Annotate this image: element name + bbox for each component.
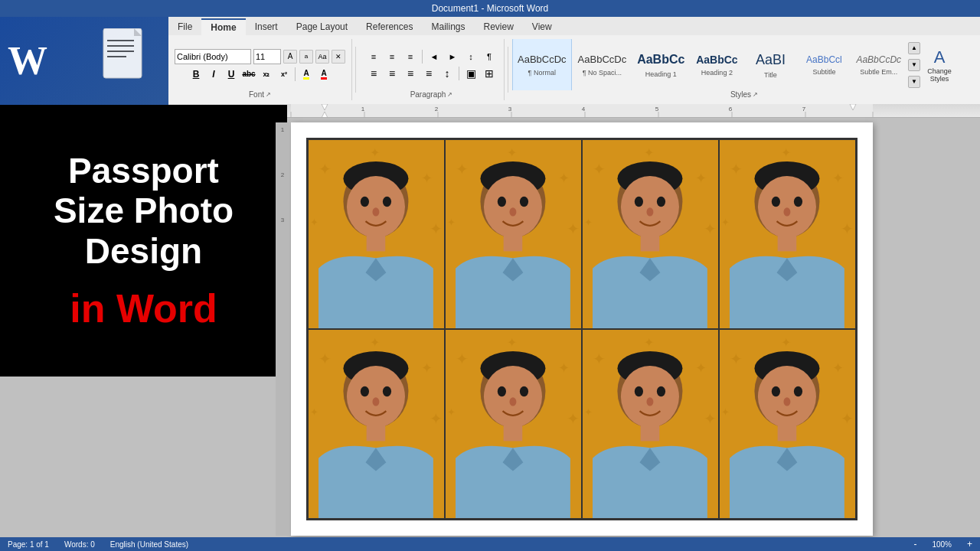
numbered-list-btn[interactable]: ≡ [384, 50, 400, 64]
style-no-spacing-name: ¶ No Spaci... [583, 69, 622, 77]
shading-btn[interactable]: ▣ [462, 65, 479, 82]
svg-text:7: 7 [802, 106, 806, 112]
svg-point-82 [772, 197, 780, 207]
underline-btn[interactable]: U [223, 66, 240, 83]
svg-text:✦: ✦ [721, 217, 730, 228]
photo-2-3: ✦ ✦ ✦ ✦ ✦ ✦ ✦ [583, 330, 718, 518]
text-highlight-btn[interactable]: A [298, 66, 315, 83]
document-page: ✦ ✦ ✦ ✦ ✦ ✦ ✦ [291, 122, 873, 536]
tab-file[interactable]: File [168, 18, 201, 35]
paragraph-group: ≡ ≡ ≡ ◄ ► ↕ ¶ ≡ ≡ ≡ ≡ ↕ ▣ ⊞ Paragraph [359, 39, 505, 100]
style-normal[interactable]: AaBbCcDc ¶ Normal [512, 39, 572, 90]
style-subtle-em[interactable]: AaBbCcDc Subtle Em... [851, 39, 906, 90]
svg-text:✦: ✦ [310, 217, 318, 228]
justify-btn[interactable]: ≡ [420, 65, 437, 82]
photo-cell-2-3: ✦ ✦ ✦ ✦ ✦ ✦ ✦ [582, 329, 719, 519]
tab-view[interactable]: View [523, 18, 561, 35]
svg-text:1: 1 [361, 106, 365, 112]
tab-page-layout[interactable]: Page Layout [287, 18, 357, 35]
svg-text:✦: ✦ [781, 146, 791, 159]
style-title[interactable]: AaBI Title [744, 39, 796, 90]
svg-point-97 [361, 386, 369, 396]
title-panel: Passport Size Photo Design in Word [0, 105, 287, 377]
tab-home[interactable]: Home [201, 18, 245, 35]
svg-point-37 [361, 197, 369, 207]
grow-font-btn[interactable]: A [283, 50, 297, 64]
svg-rect-145 [778, 424, 797, 441]
svg-rect-130 [641, 424, 660, 441]
style-no-spacing[interactable]: AaBbCcDc ¶ No Spaci... [573, 39, 632, 90]
multilevel-list-btn[interactable]: ≡ [402, 50, 419, 64]
italic-btn[interactable]: I [205, 66, 222, 83]
title-bar: Document1 - Microsoft Word [0, 0, 980, 17]
photo-cell-1-2: ✦ ✦ ✦ ✦ ✦ ✦ ✦ [445, 139, 582, 329]
style-title-preview: AaBI [756, 51, 786, 70]
font-size-selector[interactable] [253, 49, 281, 64]
svg-text:3: 3 [508, 106, 512, 112]
zoom-out-btn[interactable]: - [913, 539, 916, 549]
font-group: A a Aa ✕ B I U abc x₂ x² A A [168, 39, 352, 100]
zoom-in-btn[interactable]: + [967, 539, 972, 549]
styles-scroll-up[interactable]: ▲ [908, 42, 920, 54]
shrink-font-btn[interactable]: a [299, 50, 313, 64]
styles-expand-icon[interactable]: ↗ [753, 91, 758, 98]
svg-point-143 [794, 386, 802, 396]
bold-btn[interactable]: B [188, 66, 204, 83]
clear-format-btn[interactable]: ✕ [332, 50, 345, 64]
photo-1-4: ✦ ✦ ✦ ✦ ✦ ✦ ✦ [720, 140, 855, 328]
increase-indent-btn[interactable]: ► [444, 50, 461, 64]
style-heading1[interactable]: AaBbCc Heading 1 [632, 39, 689, 90]
subscript-btn[interactable]: x₂ [258, 66, 275, 83]
svg-text:✦: ✦ [704, 410, 717, 427]
bullets-btn[interactable]: ≡ [365, 50, 382, 64]
font-expand-icon[interactable]: ↗ [266, 91, 271, 98]
borders-btn[interactable]: ⊞ [481, 65, 498, 82]
tab-insert[interactable]: Insert [246, 18, 287, 35]
align-left-btn[interactable]: ≡ [365, 65, 382, 82]
style-subtitle[interactable]: AaBbCcl Subtitle [798, 39, 850, 90]
align-center-btn[interactable]: ≡ [384, 65, 400, 82]
style-no-spacing-preview: AaBbCcDc [578, 53, 627, 67]
show-hide-btn[interactable]: ¶ [481, 50, 498, 64]
svg-text:✦: ✦ [593, 350, 606, 367]
styles-more[interactable]: ▼ [908, 76, 920, 88]
svg-text:✦: ✦ [730, 161, 743, 178]
styles-group: AaBbCcDc ¶ Normal AaBbCcDc ¶ No Spaci...… [511, 39, 977, 100]
paragraph-expand-icon[interactable]: ↗ [447, 91, 452, 98]
change-case-btn[interactable]: Aa [315, 50, 329, 64]
svg-text:✦: ✦ [310, 406, 318, 418]
style-subtle-em-name: Subtle Em... [860, 68, 897, 76]
svg-point-114 [509, 397, 516, 406]
styles-scroll-down[interactable]: ▼ [908, 59, 920, 71]
style-heading2[interactable]: AaBbCc Heading 2 [691, 39, 743, 90]
strikethrough-btn[interactable]: abc [240, 66, 257, 83]
line-spacing-btn[interactable]: ↕ [439, 65, 456, 82]
svg-text:✦: ✦ [695, 360, 707, 376]
font-selector[interactable] [175, 49, 251, 64]
svg-rect-115 [504, 424, 523, 441]
styles-group-label: Styles ↗ [511, 90, 977, 100]
svg-point-99 [372, 397, 379, 406]
font-color-btn[interactable]: A [315, 66, 332, 83]
svg-rect-40 [367, 234, 386, 251]
svg-rect-22 [107, 40, 134, 41]
superscript-btn[interactable]: x² [276, 66, 292, 83]
change-styles-btn[interactable]: A Change Styles [920, 44, 959, 86]
svg-text:✦: ✦ [318, 161, 332, 178]
photo-1-3: ✦ ✦ ✦ ✦ ✦ ✦ ✦ [583, 140, 718, 328]
style-heading2-preview: AaBbCc [696, 53, 737, 68]
tab-mailings[interactable]: Mailings [422, 18, 474, 35]
decrease-indent-btn[interactable]: ◄ [426, 50, 443, 64]
svg-point-127 [635, 386, 643, 396]
svg-rect-23 [107, 45, 134, 47]
svg-point-128 [657, 386, 665, 396]
sort-btn[interactable]: ↕ [462, 50, 479, 64]
tab-review[interactable]: Review [474, 18, 522, 35]
align-right-btn[interactable]: ≡ [402, 65, 419, 82]
tab-references[interactable]: References [357, 18, 422, 35]
svg-text:✦: ✦ [507, 146, 517, 159]
svg-point-111 [484, 366, 542, 428]
svg-text:✦: ✦ [421, 171, 433, 186]
svg-text:✦: ✦ [584, 217, 593, 228]
svg-text:✦: ✦ [370, 146, 380, 159]
